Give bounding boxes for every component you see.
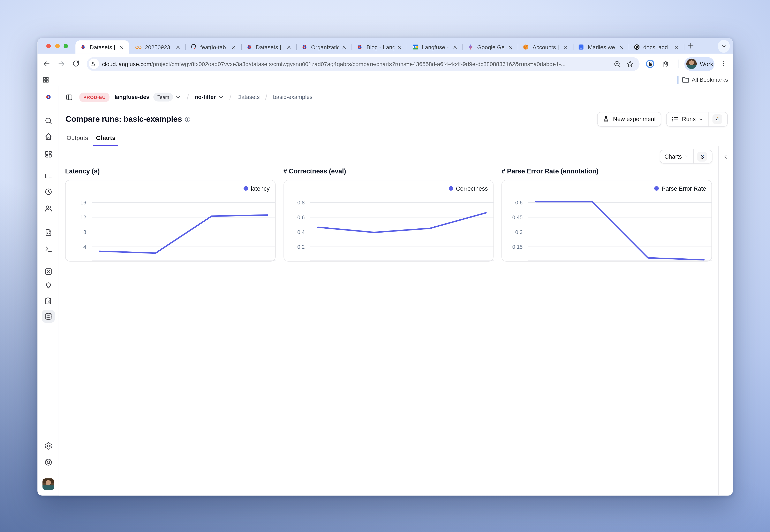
breadcrumb-slash: / [229, 93, 231, 101]
browser-tab[interactable]: Datasets | [242, 40, 297, 54]
sidebar-item-insights[interactable] [42, 279, 55, 292]
button-divider [693, 149, 694, 164]
sidebar-item-datasets[interactable] [42, 310, 55, 323]
tab-close-icon[interactable] [674, 44, 679, 50]
org-name-link[interactable]: langfuse-dev [114, 94, 149, 100]
browser-tab[interactable]: Google Ge [463, 40, 518, 54]
sidebar-item-search[interactable] [42, 114, 55, 127]
sidebar-item-sessions[interactable] [42, 185, 55, 198]
sidebar-item-support[interactable] [42, 456, 55, 469]
chart-card: 161284latency [65, 180, 276, 261]
window-minimize-button[interactable] [55, 44, 60, 48]
back-button[interactable] [42, 60, 51, 68]
tab-close-icon[interactable] [618, 44, 624, 50]
browser-tab[interactable]: docs: add [629, 40, 685, 54]
forward-button[interactable] [57, 60, 65, 68]
all-bookmarks-folder-icon[interactable] [682, 76, 689, 84]
sidebar-item-home[interactable] [42, 130, 55, 143]
browser-tab[interactable]: Blog - Lang [352, 40, 408, 54]
collapse-panel-icon[interactable] [722, 154, 729, 160]
breadcrumb-dataset-name[interactable]: basic-examples [273, 94, 313, 100]
langfuse-favicon [357, 44, 363, 50]
profile-avatar [686, 59, 697, 69]
line-chart: 0.80.60.40.2 [284, 180, 494, 262]
tab-close-icon[interactable] [175, 44, 181, 50]
project-name-link[interactable]: no-filter [195, 94, 216, 100]
browser-tab[interactable]: CO20250923 [131, 40, 186, 54]
apps-grid-icon[interactable] [42, 76, 49, 83]
browser-tab[interactable]: Accounts | [518, 40, 574, 54]
langfuse-favicon [80, 44, 86, 50]
sidebar-item-users[interactable] [42, 202, 55, 215]
chart-title: # Parse Error Rate (annotation) [502, 167, 712, 176]
user-avatar[interactable] [42, 478, 54, 490]
svg-text:12: 12 [80, 214, 86, 220]
browser-window: Datasets | lCO20250923feat(io-tabDataset… [37, 38, 733, 496]
project-chevron-icon[interactable] [218, 94, 224, 100]
browser-tab[interactable]: Organizatio [297, 40, 352, 54]
new-experiment-button[interactable]: New experiment [597, 112, 661, 127]
sidebar-item-annotation[interactable] [42, 295, 55, 307]
reload-button[interactable] [72, 60, 80, 67]
legend-dot [448, 186, 453, 191]
window-maximize-button[interactable] [63, 44, 68, 48]
bookmark-star-icon[interactable] [626, 60, 634, 68]
sidebar-item-settings[interactable] [42, 439, 55, 452]
github-pr-favicon [190, 44, 197, 50]
svg-text:0.6: 0.6 [515, 199, 523, 205]
runs-dropdown-button[interactable]: Runs 4 [666, 112, 728, 127]
tab-close-icon[interactable] [507, 44, 513, 50]
browser-menu-icon[interactable] [720, 60, 727, 67]
tab-outputs[interactable]: Outputs [67, 131, 88, 146]
browser-tab[interactable]: Marlies we [573, 40, 629, 54]
info-icon[interactable] [184, 116, 191, 123]
browser-tab[interactable]: 6Langfuse - [408, 40, 463, 54]
sidebar-toggle-icon[interactable] [65, 93, 73, 101]
tab-charts[interactable]: Charts [96, 131, 115, 146]
svg-text:0.8: 0.8 [297, 199, 305, 205]
list-doc-favicon [578, 44, 585, 50]
sidebar-item-tracing[interactable] [42, 170, 55, 182]
tab-close-icon[interactable] [118, 44, 124, 50]
environment-badge: PROD-EU [79, 92, 109, 102]
tab-close-icon[interactable] [397, 44, 403, 50]
browser-profile-button[interactable]: Work [684, 57, 714, 71]
svg-text:4: 4 [83, 244, 86, 249]
tab-close-icon[interactable] [286, 44, 292, 50]
all-bookmarks-label[interactable]: All Bookmarks [692, 77, 728, 83]
tab-close-icon[interactable] [341, 44, 347, 50]
bookmarks-divider [678, 76, 679, 84]
tab-search-button[interactable] [718, 40, 730, 52]
org-chevron-icon[interactable] [175, 94, 181, 100]
panel-divider [718, 146, 719, 496]
tab-strip: Datasets | lCO20250923feat(io-tabDataset… [37, 38, 733, 54]
chart-card: 0.80.60.40.2Correctness [283, 180, 494, 261]
chevron-down-icon [698, 117, 703, 122]
zoom-page-icon[interactable] [614, 60, 621, 68]
browser-tab-active[interactable]: Datasets | l [75, 40, 129, 54]
sidebar-item-prompts[interactable] [42, 226, 55, 239]
browser-tab[interactable]: feat(io-tab [186, 40, 242, 54]
site-settings-icon[interactable] [88, 59, 99, 69]
tab-close-icon[interactable] [563, 44, 569, 50]
breadcrumb-datasets-link[interactable]: Datasets [237, 94, 260, 100]
sidebar-item-playground[interactable] [42, 242, 55, 255]
legend-dot [244, 186, 248, 191]
window-close-button[interactable] [46, 44, 51, 48]
profile-label: Work [700, 61, 713, 67]
charts-dropdown-button[interactable]: Charts 3 [660, 149, 712, 163]
sidebar-item-dashboards[interactable] [42, 148, 55, 161]
extensions-icon[interactable] [662, 60, 670, 68]
runs-count-badge: 4 [713, 114, 722, 124]
tab-close-icon[interactable] [231, 44, 237, 50]
new-tab-button[interactable] [686, 41, 695, 50]
sidebar-item-evaluations[interactable] [42, 265, 55, 278]
browser-toolbar: cloud.langfuse.com/project/cmfwgv8fx002o… [37, 54, 733, 74]
tab-close-icon[interactable] [452, 44, 458, 50]
address-bar[interactable]: cloud.langfuse.com/project/cmfwgv8fx002o… [87, 57, 639, 71]
chart-block: Latency (s)161284latency [65, 167, 276, 261]
password-manager-extension-icon[interactable] [646, 59, 655, 69]
charts-count-badge: 3 [698, 151, 707, 161]
line-chart: 161284 [65, 180, 276, 262]
svg-text:0.2: 0.2 [297, 244, 305, 249]
